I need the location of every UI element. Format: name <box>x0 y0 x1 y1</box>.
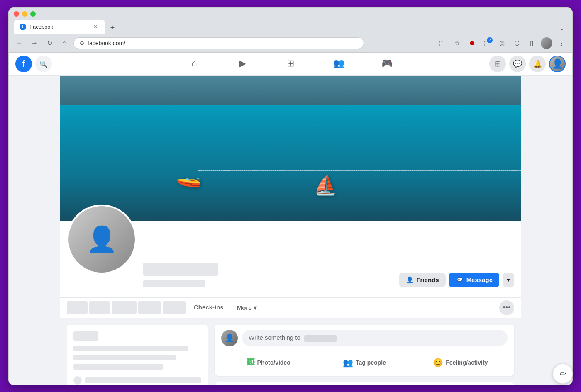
sidebar-text-2 <box>73 355 176 360</box>
profile-avatar-large-icon: 👤 <box>86 224 117 254</box>
extension-icon-puzzle[interactable]: ⬡ <box>511 37 522 49</box>
ellipsis-icon: ••• <box>503 303 511 312</box>
facebook-logo[interactable]: f <box>15 56 32 72</box>
post-placeholder-text: Write something to <box>249 334 337 341</box>
sidebar-item-1 <box>73 376 201 385</box>
maximize-traffic-light[interactable] <box>30 11 36 17</box>
tab-close-button[interactable]: ✕ <box>92 23 99 31</box>
post-avatar-icon: 👤 <box>225 334 234 343</box>
home-icon: ⌂ <box>191 58 197 69</box>
close-traffic-light[interactable] <box>14 11 19 17</box>
profile-nav-tab-5[interactable] <box>163 301 186 314</box>
extension-icon-eye[interactable]: ◎ <box>496 37 508 49</box>
profile-name-blurred <box>143 263 218 276</box>
sidebar-toggle-icon[interactable]: ▯ <box>526 37 537 49</box>
nav-gaming[interactable]: 🎮 <box>364 54 410 74</box>
minimize-traffic-light[interactable] <box>22 11 27 17</box>
post-placeholder-name-blurred <box>304 335 337 342</box>
address-bar-row: ← → ↻ ⌂ ⊙ facebook.com/ ⬚ ☆ ⏺ ⬚ 2 ◎ ⬡ ▯ … <box>9 34 572 53</box>
messenger-icon: 💬 <box>513 59 522 68</box>
browser-profile-avatar[interactable] <box>541 37 552 49</box>
profile-navigation: Check-ins More ▾ ••• <box>60 298 521 318</box>
browser-menu-icon[interactable]: ⋮ <box>556 37 567 49</box>
browser-tab-facebook[interactable]: f Facebook ✕ <box>14 20 105 34</box>
grid-icon: ⊞ <box>495 59 501 68</box>
compose-float-button[interactable]: ✏ <box>553 364 573 384</box>
browser-chrome: f Facebook ✕ + ⌄ <box>9 8 572 34</box>
post-avatar: 👤 <box>221 330 238 346</box>
tag-people-button[interactable]: 👥 Tag people <box>317 354 411 371</box>
right-content: 👤 Write something to <box>215 325 514 385</box>
badge-count: 2 <box>487 37 493 43</box>
cover-photo: 🚤 ⛵ <box>60 76 521 221</box>
facebook-favicon: f <box>20 24 26 30</box>
toolbar-icons: ⬚ ☆ ⏺ ⬚ 2 ◎ ⬡ ▯ ⋮ <box>436 37 567 49</box>
posts-section: Posts ⚙ Filters A friend marked... Manua… <box>215 382 514 385</box>
gaming-icon: 🎮 <box>381 58 393 69</box>
boat-1: 🚤 <box>176 164 201 188</box>
profile-nav-more-button[interactable]: More ▾ <box>232 300 262 316</box>
back-button[interactable]: ← <box>14 37 25 49</box>
profile-nav-tab-1[interactable] <box>67 301 88 314</box>
profile-nav-tab-3[interactable] <box>112 301 137 314</box>
facebook-navbar: f 🔍 ⌂ ▶ ⊞ 👥 🎮 <box>9 53 572 76</box>
screenshot-icon[interactable]: ⬚ <box>436 37 448 49</box>
photo-video-icon: 🖼 <box>247 358 255 367</box>
create-post-divider <box>221 351 508 351</box>
create-post-card: 👤 Write something to <box>215 325 514 376</box>
tabs-row: f Facebook ✕ + ⌄ <box>14 20 567 34</box>
tag-people-icon: 👥 <box>343 358 353 368</box>
profile-nav-tab-2[interactable] <box>89 301 110 314</box>
create-post-top: 👤 Write something to <box>221 330 508 346</box>
profile-section: 👤 👤 Friends 💬 Mes <box>60 221 521 298</box>
nav-home[interactable]: ⌂ <box>171 54 217 74</box>
tab-list-button[interactable]: ⌄ <box>556 22 567 34</box>
feeling-activity-button[interactable]: 😊 Feeling/activity <box>413 354 508 371</box>
message-button[interactable]: 💬 Message <box>449 273 499 287</box>
boat-2: ⛵ <box>314 174 337 196</box>
nav-video[interactable]: ▶ <box>219 54 266 74</box>
forward-button[interactable]: → <box>29 37 40 49</box>
profile-friends-count-blurred <box>143 280 205 287</box>
home-button[interactable]: ⌂ <box>59 37 70 49</box>
people-icon: 👥 <box>333 58 344 69</box>
chevron-down-icon: ▾ <box>507 276 510 283</box>
tab-title: Facebook <box>29 24 88 30</box>
sidebar-intro-card <box>67 325 208 385</box>
water-rope-line <box>198 170 521 171</box>
chevron-down-icon: ▾ <box>254 304 257 312</box>
address-bar[interactable]: ⊙ facebook.com/ <box>73 37 364 49</box>
extension-icon-badge[interactable]: ⬚ 2 <box>481 37 493 49</box>
facebook-search-button[interactable]: 🔍 <box>35 56 52 72</box>
create-post-actions: 🖼 Photo/video 👥 Tag people 😊 Feeling/act… <box>221 354 508 371</box>
post-input-area[interactable]: Write something to <box>242 330 508 346</box>
notifications-button[interactable]: 🔔 <box>529 56 546 72</box>
tab-right-controls: ⌄ <box>556 22 567 34</box>
profile-nav-ellipsis-button[interactable]: ••• <box>499 300 514 315</box>
profile-nav-tab-4[interactable] <box>138 301 161 314</box>
extension-icon-red[interactable]: ⏺ <box>466 37 478 49</box>
profile-nav-checkins[interactable]: Check-ins <box>187 298 230 318</box>
nav-people[interactable]: 👥 <box>315 54 362 74</box>
profile-info <box>143 263 393 291</box>
reload-button[interactable]: ↻ <box>44 37 55 49</box>
search-icon: 🔍 <box>39 60 48 68</box>
store-icon: ⊞ <box>287 58 294 69</box>
facebook-nav-right: ⊞ 💬 🔔 👤 <box>489 56 566 72</box>
browser-window: f Facebook ✕ + ⌄ ← → ↻ ⌂ ⊙ facebook.com/ <box>8 7 573 385</box>
nav-marketplace[interactable]: ⊞ <box>267 54 314 74</box>
friends-button[interactable]: 👤 Friends <box>399 273 445 287</box>
main-content: 🚤 ⛵ 👤 👤 <box>9 76 572 385</box>
new-tab-button[interactable]: + <box>107 22 118 34</box>
sidebar-icon-1 <box>73 376 82 385</box>
profile-picture-container: 👤 <box>67 205 137 274</box>
messenger-button[interactable]: 💬 <box>509 56 526 72</box>
photo-video-button[interactable]: 🖼 Photo/video <box>221 354 315 370</box>
profile-actions: 👤 Friends 💬 Message ▾ <box>399 273 514 291</box>
left-sidebar <box>67 325 208 385</box>
bookmark-star-icon[interactable]: ☆ <box>451 37 463 49</box>
more-dropdown-button[interactable]: ▾ <box>503 273 514 287</box>
user-profile-nav-avatar[interactable]: 👤 <box>549 56 566 72</box>
apps-grid-button[interactable]: ⊞ <box>489 56 506 72</box>
profile-picture-large[interactable]: 👤 <box>67 205 137 274</box>
